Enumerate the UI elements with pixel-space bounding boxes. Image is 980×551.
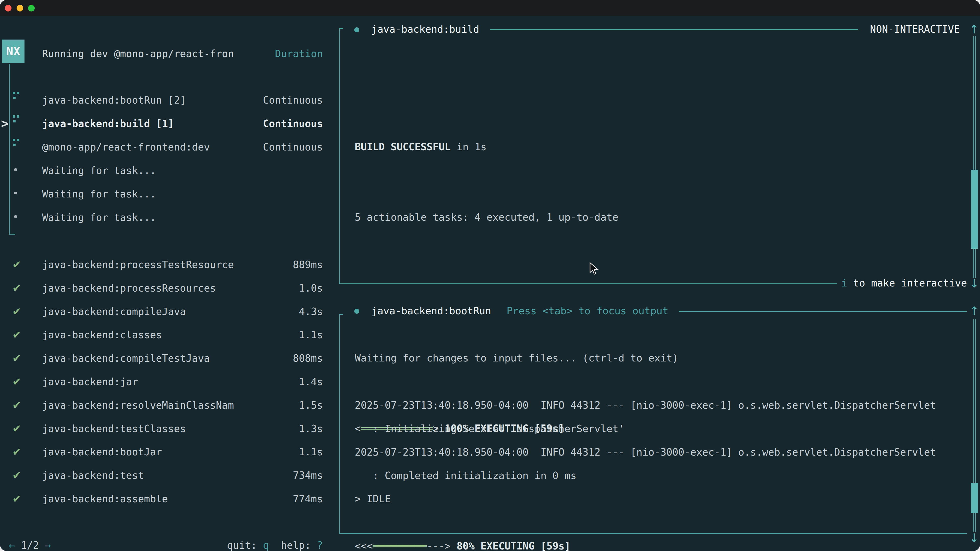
task-duration: Continuous	[263, 118, 323, 129]
task-name: java-backend:compileTestJava	[42, 353, 210, 364]
bottom-pane-title[interactable]: java-backend:bootRun	[371, 305, 491, 317]
bottom-pane-scrollbar-thumb[interactable]	[971, 483, 978, 513]
task-duration: 774ms	[293, 493, 323, 505]
log-line: 2025-07-23T13:40:18.950-04:00 INFO 44312…	[355, 441, 936, 464]
close-button-icon[interactable]	[5, 5, 11, 11]
task-success-check-icon: ✔	[12, 259, 21, 271]
task-name: java-backend:testClasses	[42, 423, 186, 434]
task-name: java-backend:compileJava	[42, 306, 186, 318]
task-row[interactable]: Waiting for task...	[0, 206, 323, 229]
task-row[interactable]: ✔java-backend:compileTestJava808ms	[0, 346, 323, 370]
tasks-summary-line: 5 actionable tasks: 4 executed, 1 up-to-…	[355, 206, 678, 229]
task-duration: 1.3s	[299, 423, 323, 434]
task-duration: 734ms	[293, 470, 323, 481]
task-row[interactable]: >java-backend:build [1]Continuous	[0, 112, 323, 135]
top-pane-scroll-up-icon[interactable]: ↑	[969, 22, 979, 36]
bottom-pane-scroll-up-icon[interactable]: ↑	[969, 304, 979, 318]
top-pane-footer-hint: i to make interactive	[841, 277, 967, 289]
task-success-check-icon: ✔	[12, 305, 21, 318]
log-line: : Initializing Servlet 'dispatcherServle…	[355, 417, 936, 441]
next-page-icon[interactable]: →	[45, 540, 51, 551]
progress-bar: ═════════	[372, 540, 426, 551]
top-pane-status-dot-icon	[354, 27, 360, 32]
task-row[interactable]: Waiting for task...	[0, 182, 323, 206]
keyboard-hints: quit: q help: ?	[227, 540, 323, 551]
task-name: java-backend:classes	[42, 329, 162, 341]
task-row[interactable]: ✔java-backend:testClasses1.3s	[0, 417, 323, 440]
terminal-window: NX Running dev @mono-app/react-fron Dura…	[0, 0, 980, 551]
task-name: java-backend:jar	[42, 376, 138, 387]
task-pending-dot-icon	[14, 168, 17, 171]
task-success-check-icon: ✔	[12, 375, 21, 388]
task-row[interactable]: ✔java-backend:classes1.1s	[0, 323, 323, 346]
top-pane-mode-label: NON-INTERACTIVE	[870, 24, 960, 35]
task-name: java-backend:test	[42, 470, 144, 481]
task-success-check-icon: ✔	[12, 422, 21, 435]
task-list-footer: ← 1/2 → quit: q help: ?	[0, 534, 323, 551]
task-name: java-backend:resolveMainClassNam	[42, 400, 234, 411]
prev-page-icon[interactable]: ←	[9, 540, 15, 551]
build-time: in 1s	[451, 141, 487, 152]
gradle-progress-line-bottom: <<<═════════---> 80% EXECUTING [59s]	[355, 534, 936, 551]
top-pane-title[interactable]: java-backend:build	[371, 24, 479, 35]
task-name: java-backend:assemble	[42, 493, 168, 505]
task-duration: 889ms	[293, 259, 323, 270]
task-duration: Continuous	[263, 141, 323, 153]
help-key[interactable]: ?	[317, 540, 323, 551]
task-success-check-icon: ✔	[12, 492, 21, 505]
task-success-check-icon: ✔	[12, 446, 21, 458]
quit-label: quit:	[227, 540, 263, 551]
task-row[interactable]: java-backend:bootRun [2]Continuous	[0, 88, 323, 112]
top-pane-left-border	[339, 29, 340, 284]
task-row[interactable]: @mono-app/react-frontend:devContinuous	[0, 135, 323, 159]
progress-rest: --->	[427, 540, 451, 551]
task-row[interactable]: ✔java-backend:compileJava4.3s	[0, 300, 323, 323]
task-running-spinner-icon	[13, 115, 20, 124]
top-pane-header-rule	[490, 29, 858, 30]
interactive-hint-text: to make interactive	[847, 277, 967, 289]
task-duration: 4.3s	[299, 306, 323, 318]
bottom-pane-output[interactable]: 2025-07-23T13:40:18.950-04:00 INFO 44312…	[355, 347, 936, 551]
task-row[interactable]: ✔java-backend:test734ms	[0, 464, 323, 487]
task-running-spinner-icon	[13, 139, 20, 147]
task-row[interactable]: ✔java-backend:jar1.4s	[0, 370, 323, 393]
task-row[interactable]: ✔java-backend:processTestResource889ms	[0, 253, 323, 276]
task-duration: 1.5s	[299, 400, 323, 411]
zoom-button-icon[interactable]	[28, 5, 35, 11]
task-name: Waiting for task...	[42, 165, 156, 176]
task-row[interactable]: ✔java-backend:resolveMainClassNam1.5s	[0, 393, 323, 417]
top-pane-scrollbar-thumb[interactable]	[971, 170, 978, 249]
task-duration: 1.0s	[299, 283, 323, 294]
bottom-pane-focus-hint: Press <tab> to focus output	[507, 305, 668, 317]
pagination[interactable]: ← 1/2 →	[9, 540, 51, 551]
build-result-line: BUILD SUCCESSFUL in 1s	[355, 135, 678, 159]
quit-key[interactable]: q	[263, 540, 269, 551]
top-pane-bottom-border	[339, 283, 837, 284]
task-name: @mono-app/react-frontend:dev	[42, 141, 210, 153]
build-status: BUILD SUCCESSFUL	[355, 141, 451, 152]
task-success-check-icon: ✔	[12, 399, 21, 411]
bottom-pane-scroll-down-icon[interactable]: ↓	[969, 531, 979, 545]
mouse-pointer-icon	[589, 262, 600, 278]
task-duration: 1.1s	[299, 446, 323, 457]
task-row[interactable]: ✔java-backend:assemble774ms	[0, 487, 323, 510]
task-row[interactable]: ✔java-backend:processResources1.0s	[0, 276, 323, 300]
page-indicator: 1/2	[21, 540, 39, 551]
titlebar	[0, 0, 980, 16]
task-group-guide-corner	[9, 234, 15, 235]
task-pending-dot-icon	[14, 192, 17, 194]
task-name: java-backend:bootJar	[42, 446, 162, 457]
interactive-key[interactable]: i	[841, 277, 847, 289]
minimize-button-icon[interactable]	[17, 5, 23, 11]
task-name: java-backend:bootRun [2]	[42, 94, 186, 106]
task-success-check-icon: ✔	[12, 329, 21, 341]
task-list-header: Running dev @mono-app/react-fron Duratio…	[0, 42, 323, 65]
bottom-pane-left-border	[339, 314, 340, 533]
task-name: Waiting for task...	[42, 188, 156, 200]
progress-lead: <<<	[355, 540, 372, 551]
top-pane-scroll-down-icon[interactable]: ↓	[969, 276, 979, 290]
bottom-pane-status-dot-icon	[354, 309, 360, 314]
task-row[interactable]: ✔java-backend:bootJar1.1s	[0, 440, 323, 464]
help-label: help:	[269, 540, 317, 551]
task-row[interactable]: Waiting for task...	[0, 159, 323, 182]
